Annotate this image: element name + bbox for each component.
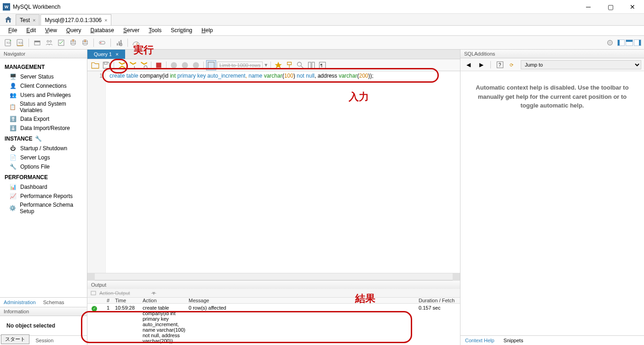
sidebar-item-client-connections[interactable]: 👤Client Connections [0,81,87,90]
find-icon[interactable] [284,60,294,70]
server-status-icon: 🖥️ [9,73,17,80]
sidebar-item-server-logs[interactable]: 📄Server Logs [0,153,87,162]
management-heading: MANAGEMENT [0,61,87,72]
close-icon[interactable]: × [33,17,35,23]
tab-schemas[interactable]: Schemas [40,298,68,307]
query-stats-icon[interactable] [114,37,125,48]
close-icon[interactable]: × [104,17,107,23]
sidebar-item-startup[interactable]: ⏻Startup / Shutdown [0,144,87,153]
layout-left-icon[interactable] [617,40,625,46]
menubar: File Edit View Query Database Server Too… [0,26,644,36]
tab-context-help[interactable]: Context Help [460,336,499,345]
explain-icon[interactable] [138,60,149,70]
invisible-chars-icon[interactable]: ¶ [317,60,328,70]
sidebar-item-perf-schema[interactable]: ⚙️Performance Schema Setup [0,201,87,215]
import-icon[interactable] [80,37,91,48]
svg-rect-22 [104,62,108,64]
data-import-icon: ⬇️ [9,124,17,132]
open-sql-icon[interactable]: SQL [15,37,26,48]
layout-bottom-icon[interactable] [626,40,633,46]
limit-select[interactable]: Limit to 1000 rows [217,62,263,69]
search-icon[interactable] [295,60,305,70]
users-icon[interactable] [44,37,55,48]
inspector-icon[interactable] [32,37,43,48]
save-icon[interactable] [101,60,111,70]
menu-help[interactable]: Help [197,26,218,35]
col-message: Message [189,298,419,303]
sidebar-item-options-file[interactable]: 🔧Options File [0,162,87,171]
execute-cursor-icon[interactable]: I [127,60,138,70]
performance-heading: PERFORMANCE [0,171,87,182]
sidebar-item-dashboard[interactable]: 📊Dashboard [0,182,87,192]
menu-edit[interactable]: Edit [22,26,40,35]
svg-point-15 [100,42,101,43]
tab-session[interactable]: Session [32,336,57,345]
start-button[interactable]: スタート [1,334,29,344]
tab-test[interactable]: Test × [16,14,40,25]
tab-label: Mysql@127.0.0.1:3306 [45,17,102,23]
menu-tools[interactable]: Tools [144,26,166,35]
col-action: Action [143,298,189,303]
close-icon[interactable]: × [115,51,118,57]
layout-right-icon[interactable] [634,40,641,46]
menu-view[interactable]: View [40,26,62,35]
nav-forward-icon[interactable]: ▶ [476,60,486,70]
options-icon: 🔧 [9,163,17,170]
svg-rect-32 [312,62,315,68]
settings-icon[interactable] [604,37,615,48]
output-row[interactable]: ✓ 1 10:59:28 create table company(id int… [87,304,460,345]
commit-icon[interactable] [169,60,179,70]
dashboard-icon[interactable] [131,37,142,48]
svg-point-11 [71,43,75,45]
sidebar-item-server-status[interactable]: 🖥️Server Status [0,72,87,81]
tab-mysql-connection[interactable]: Mysql@127.0.0.1:3306 × [40,14,111,25]
menu-database[interactable]: Database [86,26,119,35]
output-selector[interactable]: Action Output ▼ [87,289,460,298]
svg-text:+: + [9,39,12,43]
home-button[interactable] [2,14,15,25]
maximize-button[interactable]: ▢ [600,0,621,13]
menu-scripting[interactable]: Scripting [166,26,197,35]
close-button[interactable]: ✕ [622,0,643,13]
reports-icon: 📈 [9,192,17,200]
scrollbar-horizontal[interactable] [87,273,460,280]
export-icon[interactable] [68,37,79,48]
auto-help-icon[interactable]: ⟳ [508,60,518,70]
rollback-icon[interactable] [180,60,190,70]
stop-icon[interactable] [154,60,164,70]
svg-rect-14 [99,41,105,44]
sidebar-item-perf-reports[interactable]: 📈Performance Reports [0,192,87,201]
svg-point-7 [47,40,49,42]
editor-tab-query1[interactable]: Query 1 × [87,50,125,59]
limit-toggle-icon[interactable] [206,60,216,70]
open-file-icon[interactable] [90,60,100,70]
execute-icon[interactable] [116,60,126,70]
tab-snippets[interactable]: Snippets [499,336,528,345]
status-icon[interactable] [56,37,67,48]
client-connections-icon: 👤 [9,82,17,90]
menu-query[interactable]: Query [62,26,86,35]
svg-rect-31 [309,62,311,68]
tab-administration[interactable]: Administration [0,298,40,307]
beautify-icon[interactable] [273,60,283,70]
nav-back-icon[interactable]: ◀ [463,60,473,70]
jump-to-select[interactable]: Jump to [521,60,641,69]
svg-text:?: ? [499,62,501,68]
status-variables-icon: 📋 [9,103,16,111]
sql-editor[interactable]: create table company(id int primary key … [106,71,460,273]
sidebar-item-status-variables[interactable]: 📋Status and System Variables [0,100,87,114]
menu-server[interactable]: Server [119,26,144,35]
sidebar-item-data-import[interactable]: ⬇️Data Import/Restore [0,124,87,133]
new-sql-tab-icon[interactable]: SQL+ [3,37,14,48]
minimize-button[interactable]: ─ [578,0,599,13]
sidebar-item-data-export[interactable]: ⬆️Data Export [0,114,87,124]
sqladditions-title: SQLAdditions [460,50,644,58]
stop-server-icon[interactable] [97,37,108,48]
menu-file[interactable]: File [4,26,22,35]
help-icon[interactable]: ? [495,60,505,70]
svg-text:⟳: ⟳ [510,62,514,68]
wrap-icon[interactable] [306,60,316,70]
svg-rect-29 [208,62,214,68]
autocommit-icon[interactable] [191,60,201,70]
sidebar-item-users-privileges[interactable]: 👥Users and Privileges [0,90,87,100]
